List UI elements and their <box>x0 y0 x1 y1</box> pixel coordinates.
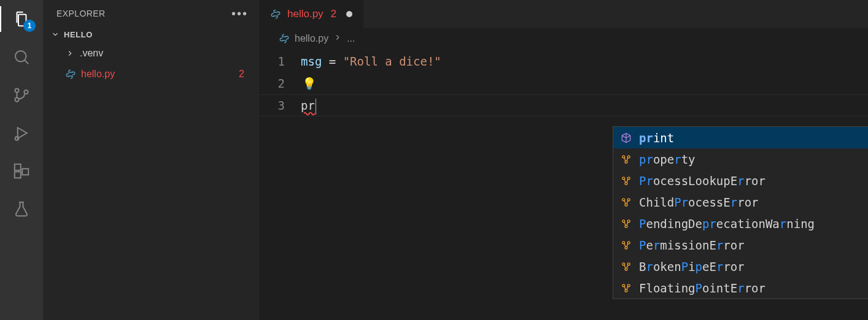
activity-search[interactable] <box>11 47 32 67</box>
svg-point-21 <box>625 225 627 227</box>
python-file-icon <box>65 69 76 80</box>
breadcrumb-file: hello.py <box>295 33 328 44</box>
lightbulb-icon[interactable]: 💡 <box>302 72 317 94</box>
tab-problem-count: 2 <box>331 8 336 20</box>
chevron-right-icon <box>333 33 342 44</box>
svg-rect-8 <box>15 172 21 178</box>
file-tree: .venv hello.py 2 <box>43 43 259 85</box>
tree-item-folder[interactable]: .venv <box>53 43 259 64</box>
text-cursor <box>316 99 316 115</box>
suggestion-label: PermissionError <box>639 238 745 252</box>
svg-point-0 <box>15 51 26 62</box>
svg-point-24 <box>625 246 627 249</box>
suggestion-item[interactable]: ProcessLookupError <box>613 170 868 191</box>
python-file-icon <box>270 9 281 20</box>
svg-point-6 <box>15 137 19 140</box>
tab-bar: hello.py 2 <box>259 0 868 28</box>
tree-item-label: hello.py <box>81 69 239 80</box>
svg-point-15 <box>625 182 627 185</box>
breadcrumb[interactable]: hello.py ... <box>259 28 868 49</box>
suggestion-label: PendingDeprecationWarning <box>639 217 815 230</box>
activity-explorer[interactable]: 1 <box>11 9 32 29</box>
activity-bar: 1 <box>0 0 43 320</box>
class-icon <box>619 153 633 166</box>
code-line: pr <box>301 94 316 116</box>
suggestion-label: BrokenPipeError <box>639 260 745 273</box>
suggestion-item[interactable]: PermissionError <box>613 234 868 256</box>
editor-area: hello.py 2 hello.py ... 1 msg = "Roll a … <box>259 0 868 320</box>
intellisense-popup[interactable]: printpropertyProcessLookupErrorChildProc… <box>613 126 868 299</box>
explorer-badge: 1 <box>23 20 36 32</box>
svg-point-30 <box>625 289 627 292</box>
activity-source-control[interactable] <box>11 85 32 105</box>
suggestion-label: print <box>639 131 674 145</box>
activity-run-debug[interactable] <box>11 123 32 143</box>
folder-header[interactable]: HELLO <box>43 27 259 43</box>
svg-rect-7 <box>15 164 21 170</box>
line-number: 1 <box>259 50 301 72</box>
class-icon <box>619 217 633 230</box>
suggestion-item[interactable]: FloatingPointError <box>613 277 868 299</box>
tree-item-label: .venv <box>80 48 248 59</box>
svg-line-1 <box>25 60 28 64</box>
line-number: 3 <box>259 94 301 116</box>
svg-point-27 <box>625 268 627 270</box>
tab-hello-py[interactable]: hello.py 2 <box>259 0 363 28</box>
activity-extensions[interactable] <box>11 161 32 181</box>
class-icon <box>619 196 633 209</box>
activity-testing[interactable] <box>11 199 32 219</box>
suggestion-label: ProcessLookupError <box>639 174 765 188</box>
method-icon <box>619 131 633 145</box>
chevron-right-icon <box>65 48 75 58</box>
suggestion-item[interactable]: property <box>613 148 868 170</box>
code-line: msg = "Roll a dice!" <box>301 50 441 72</box>
svg-point-12 <box>625 161 627 163</box>
svg-point-4 <box>24 90 28 94</box>
class-icon <box>619 174 633 188</box>
svg-point-2 <box>15 88 18 92</box>
sidebar-header: EXPLORER ••• <box>43 0 259 27</box>
suggestion-label: FloatingPointError <box>639 281 765 295</box>
suggestion-label: ChildProcessError <box>639 196 759 209</box>
suggestion-item[interactable]: BrokenPipeError <box>613 256 868 277</box>
svg-point-3 <box>15 97 18 101</box>
code-editor[interactable]: 1 msg = "Roll a dice!" 2 💡 3 pr <box>259 49 868 116</box>
dirty-indicator-icon <box>346 11 352 17</box>
class-icon <box>619 281 633 295</box>
sidebar: EXPLORER ••• HELLO .venv hello.py 2 <box>43 0 259 320</box>
python-file-icon <box>279 33 290 44</box>
sidebar-title: EXPLORER <box>56 9 105 18</box>
class-icon <box>619 238 633 252</box>
svg-point-18 <box>625 204 627 206</box>
chevron-down-icon <box>50 29 60 39</box>
suggestion-item[interactable]: print <box>613 127 868 148</box>
code-line: 💡 <box>301 72 317 94</box>
tab-filename: hello.py <box>287 8 324 20</box>
line-number: 2 <box>259 72 301 94</box>
breadcrumb-more: ... <box>347 33 355 44</box>
folder-name: HELLO <box>64 30 93 39</box>
class-icon <box>619 260 633 273</box>
error-count: 2 <box>239 69 244 80</box>
suggestion-label: property <box>639 153 696 166</box>
tree-item-file[interactable]: hello.py 2 <box>53 64 259 85</box>
suggestion-item[interactable]: PendingDeprecationWarning <box>613 213 868 234</box>
sidebar-more-icon[interactable]: ••• <box>231 7 248 21</box>
svg-marker-5 <box>18 128 27 139</box>
svg-rect-9 <box>22 169 28 175</box>
suggestion-item[interactable]: ChildProcessError <box>613 191 868 213</box>
